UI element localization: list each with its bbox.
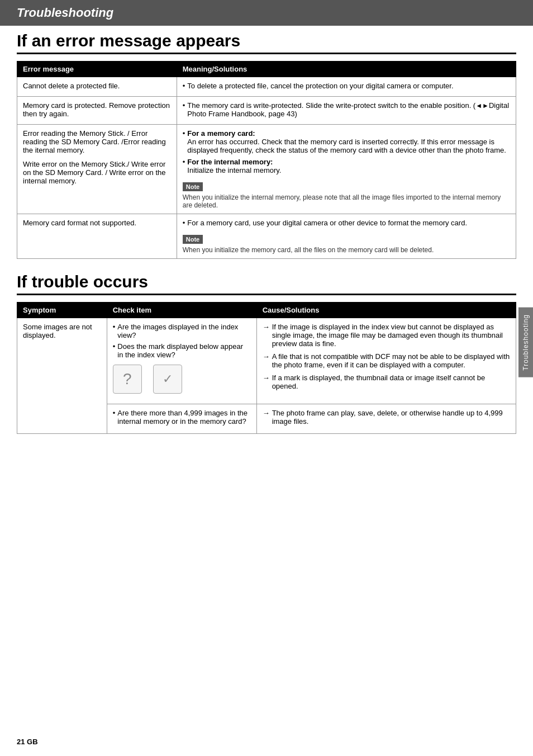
symptom-cell: Some images are not displayed.: [17, 318, 107, 434]
solution-text: For a memory card:An error has occurred.…: [187, 129, 510, 154]
trouble-table-col2-header: Check item: [107, 303, 256, 318]
bullet-dot: •: [183, 82, 185, 90]
bullet-dot: •: [113, 323, 116, 339]
cause-cell: → If the image is displayed in the index…: [256, 318, 516, 404]
check-cell: • Are there more than 4,999 images in th…: [107, 404, 256, 434]
bullet-dot: •: [113, 409, 116, 426]
note-text: When you initialize the memory card, all…: [183, 246, 510, 254]
table-row: Cannot delete a protected file. • To del…: [17, 77, 516, 97]
check-text: Does the mark displayed below appear in …: [117, 342, 250, 359]
side-tab: Troubleshooting: [518, 308, 533, 377]
error-cell: Memory card format not supported.: [17, 214, 177, 259]
check-text: Are the images displayed in the index vi…: [117, 323, 250, 339]
error-cell: Cannot delete a protected file.: [17, 77, 177, 97]
arrow-icon: →: [263, 352, 270, 369]
cause-text: If the image is displayed in the index v…: [272, 323, 510, 348]
solution-cell: • For a memory card:An error has occurre…: [177, 125, 516, 214]
solution-cell: • To delete a protected file, cancel the…: [177, 77, 516, 97]
check-text: Are there more than 4,999 images in the …: [117, 409, 250, 426]
trouble-table: Symptom Check item Cause/Solutions Some …: [17, 302, 516, 434]
table-row: Memory card format not supported. • For …: [17, 214, 516, 259]
icon-area: ? ✓: [113, 365, 251, 394]
page-number: 21 GB: [17, 738, 38, 746]
table-row: Error reading the Memory Stick. / Error …: [17, 125, 516, 214]
header-banner: Troubleshooting: [0, 0, 533, 26]
trouble-table-col1-header: Symptom: [17, 303, 107, 318]
cause-cell: → The photo frame can play, save, delete…: [256, 404, 516, 434]
note-badge: Note: [183, 235, 203, 244]
solution-cell: • The memory card is write-protected. Sl…: [177, 97, 516, 125]
section2-heading: If trouble occurs: [17, 272, 516, 295]
arrow-icon: →: [263, 374, 270, 390]
main-content: If an error message appears Error messag…: [0, 31, 533, 434]
bullet-dot: •: [183, 129, 185, 154]
error-table: Error message Meaning/Solutions Cannot d…: [17, 61, 516, 259]
page-title: Troubleshooting: [17, 6, 113, 20]
question-mark-icon: ?: [113, 365, 142, 394]
bullet-dot: •: [183, 219, 185, 227]
section1-heading: If an error message appears: [17, 31, 516, 54]
table-row: Memory card is protected. Remove protect…: [17, 97, 516, 125]
error-table-col1-header: Error message: [17, 62, 177, 77]
bullet-dot: •: [183, 101, 185, 118]
bullet-dot: •: [113, 342, 116, 359]
solution-text: To delete a protected file, cancel the p…: [187, 82, 453, 90]
arrow-icon: →: [263, 409, 270, 426]
solution-text: For a memory card, use your digital came…: [187, 219, 467, 227]
arrow-icon: →: [263, 323, 270, 348]
error-text-2: Write error on the Memory Stick./ Write …: [23, 160, 171, 185]
table-row: Some images are not displayed. • Are the…: [17, 318, 516, 404]
note-text: When you initialize the internal memory,…: [183, 193, 510, 209]
note-badge: Note: [183, 182, 203, 191]
error-cell: Error reading the Memory Stick. / Error …: [17, 125, 177, 214]
cause-text: The photo frame can play, save, delete, …: [272, 409, 510, 426]
bullet-dot: •: [183, 158, 185, 174]
solution-text: For the internal memory:Initialize the i…: [187, 158, 281, 174]
cause-text: A file that is not compatible with DCF m…: [272, 352, 510, 369]
check-cell: • Are the images displayed in the index …: [107, 318, 256, 404]
trouble-table-col3-header: Cause/Solutions: [256, 303, 516, 318]
solution-cell: • For a memory card, use your digital ca…: [177, 214, 516, 259]
broken-image-icon: ✓: [153, 365, 182, 394]
error-table-col2-header: Meaning/Solutions: [177, 62, 516, 77]
error-cell: Memory card is protected. Remove protect…: [17, 97, 177, 125]
solution-text: The memory card is write-protected. Slid…: [187, 101, 510, 118]
error-text-1: Error reading the Memory Stick. / Error …: [23, 129, 171, 154]
cause-text: If a mark is displayed, the thumbnail da…: [272, 374, 510, 390]
